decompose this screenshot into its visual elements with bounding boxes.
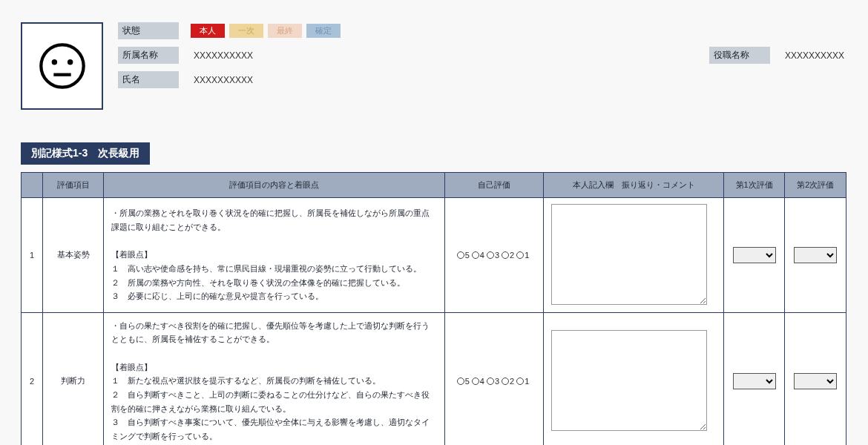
rating-radio-5[interactable]: 5 <box>457 251 470 260</box>
row-item: 判断力 <box>43 312 104 445</box>
rating-radio-5[interactable]: 5 <box>457 377 470 386</box>
status-label: 状態 <box>118 22 179 39</box>
svg-point-1 <box>51 59 56 65</box>
second-eval-select[interactable] <box>794 373 837 389</box>
badge-self: 本人 <box>191 24 225 38</box>
name-label: 氏名 <box>118 71 179 88</box>
self-rating: 5 4 3 2 1 <box>444 197 544 312</box>
neutral-face-icon <box>37 41 88 91</box>
avatar <box>21 22 103 110</box>
post-label: 役職名称 <box>709 47 770 64</box>
self-rating: 5 4 3 2 1 <box>444 312 544 445</box>
row-num: 1 <box>22 197 43 312</box>
comment-textarea[interactable] <box>551 330 707 431</box>
first-eval-select[interactable] <box>733 247 776 263</box>
comment-cell <box>544 312 723 445</box>
row-desc: ・自らの果たすべき役割を的確に把握し、優先順位等を考慮した上で適切な判断を行うと… <box>103 312 444 445</box>
th-item: 評価項目 <box>43 173 104 198</box>
svg-rect-3 <box>53 73 70 76</box>
second-eval-select[interactable] <box>794 247 837 263</box>
first-eval-select[interactable] <box>733 373 776 389</box>
dept-value: XXXXXXXXXX <box>191 49 341 62</box>
svg-point-0 <box>41 44 83 87</box>
badge-first: 一次 <box>229 24 263 38</box>
th-second: 第2次評価 <box>785 173 846 198</box>
comment-cell <box>544 197 723 312</box>
table-row: 1基本姿勢・所属の業務とそれを取り巻く状況を的確に把握し、所属長を補佐しながら所… <box>22 197 846 312</box>
evaluation-table: 評価項目 評価項目の内容と着眼点 自己評価 本人記入欄 振り返り・コメント 第1… <box>21 172 846 445</box>
rating-radio-1[interactable]: 1 <box>516 377 530 386</box>
section-title: 別記様式1-3 次長級用 <box>21 142 150 165</box>
badge-final: 最終 <box>268 24 302 38</box>
row-num: 2 <box>22 312 43 445</box>
row-item: 基本姿勢 <box>43 197 104 312</box>
rating-radio-2[interactable]: 2 <box>502 377 515 386</box>
rating-radio-3[interactable]: 3 <box>487 377 500 386</box>
table-row: 2判断力・自らの果たすべき役割を的確に把握し、優先順位等を考慮した上で適切な判断… <box>22 312 846 445</box>
second-eval-cell <box>785 197 846 312</box>
th-desc: 評価項目の内容と着眼点 <box>103 173 444 198</box>
rating-radio-3[interactable]: 3 <box>487 251 500 260</box>
th-first: 第1次評価 <box>723 173 785 198</box>
dept-label: 所属名称 <box>118 47 179 64</box>
name-value: XXXXXXXXXX <box>191 73 341 87</box>
rating-radio-4[interactable]: 4 <box>472 251 485 260</box>
th-comment: 本人記入欄 振り返り・コメント <box>544 173 723 198</box>
comment-textarea[interactable] <box>551 204 707 305</box>
svg-point-2 <box>67 59 72 65</box>
first-eval-cell <box>723 197 785 312</box>
th-self: 自己評価 <box>444 173 544 198</box>
first-eval-cell <box>723 312 785 445</box>
badge-confirmed: 確定 <box>306 24 341 38</box>
second-eval-cell <box>785 312 846 445</box>
row-desc: ・所属の業務とそれを取り巻く状況を的確に把握し、所属長を補佐しながら所属の重点課… <box>103 197 444 312</box>
th-num <box>22 173 43 198</box>
rating-radio-1[interactable]: 1 <box>516 251 530 260</box>
rating-radio-2[interactable]: 2 <box>502 251 515 260</box>
rating-radio-4[interactable]: 4 <box>472 377 485 386</box>
status-badges: 本人 一次 最終 確定 <box>191 24 341 38</box>
post-value: XXXXXXXXXX <box>782 49 847 62</box>
